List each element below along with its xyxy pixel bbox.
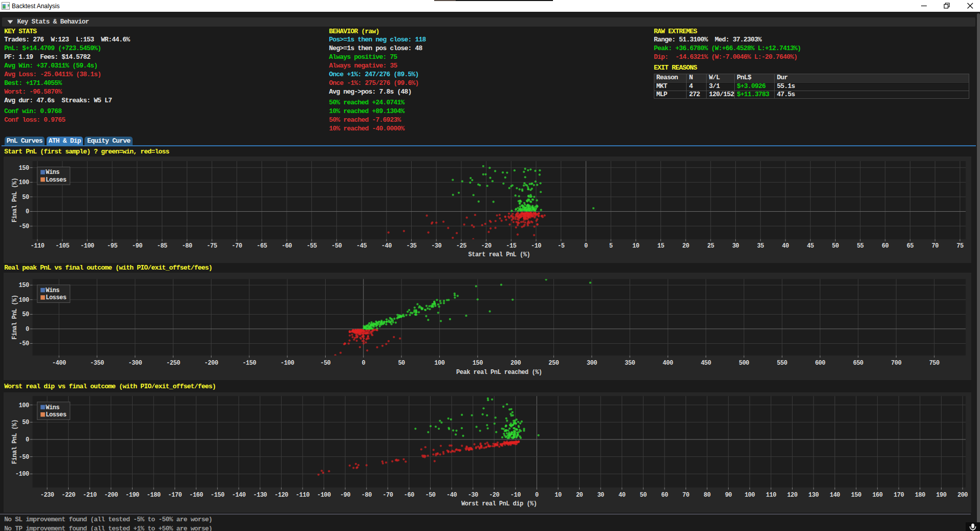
svg-text:-210: -210 (83, 492, 97, 499)
svg-text:Wins: Wins (46, 287, 59, 294)
svg-text:70: 70 (931, 242, 939, 250)
svg-text:-190: -190 (125, 492, 139, 499)
svg-text:-30: -30 (431, 242, 441, 250)
svg-text:Losses: Losses (46, 411, 67, 418)
svg-text:-60: -60 (404, 492, 414, 499)
svg-text:-130: -130 (253, 492, 267, 499)
svg-text:65: 65 (907, 242, 914, 250)
svg-text:-50: -50 (18, 340, 29, 347)
svg-text:600: 600 (815, 360, 825, 367)
svg-text:Wins: Wins (46, 404, 59, 411)
svg-text:15: 15 (657, 242, 665, 250)
svg-text:50: 50 (22, 311, 29, 318)
svg-text:160: 160 (872, 492, 883, 499)
svg-text:Losses: Losses (46, 176, 67, 184)
svg-text:-65: -65 (257, 242, 267, 250)
svg-text:-250: -250 (166, 360, 180, 367)
svg-text:-5: -5 (558, 242, 565, 250)
svg-text:60: 60 (661, 492, 668, 499)
svg-text:-300: -300 (128, 360, 142, 367)
svg-text:20: 20 (682, 242, 689, 250)
svg-text:50: 50 (832, 242, 839, 250)
svg-text:-25: -25 (456, 242, 466, 250)
svg-text:25: 25 (707, 242, 714, 250)
svg-text:-60: -60 (282, 242, 292, 250)
svg-text:180: 180 (915, 492, 925, 499)
svg-text:-400: -400 (52, 360, 66, 367)
svg-text:140: 140 (829, 492, 840, 499)
svg-text:70: 70 (683, 492, 690, 499)
svg-text:-350: -350 (90, 360, 104, 367)
svg-text:-50: -50 (18, 453, 29, 460)
svg-text:-55: -55 (307, 242, 317, 250)
svg-text:100: 100 (18, 402, 29, 409)
svg-text:30: 30 (732, 242, 739, 250)
svg-text:10: 10 (555, 492, 562, 499)
svg-text:-40: -40 (446, 492, 457, 499)
svg-text:Wins: Wins (46, 169, 59, 176)
svg-text:-50: -50 (331, 242, 342, 250)
svg-text:-40: -40 (381, 242, 392, 250)
svg-text:-10: -10 (531, 242, 541, 250)
svg-text:50: 50 (640, 492, 647, 499)
svg-text:-15: -15 (506, 242, 516, 250)
svg-text:250: 250 (548, 360, 559, 367)
svg-text:-105: -105 (55, 242, 69, 250)
svg-text:700: 700 (891, 360, 901, 367)
svg-text:-220: -220 (61, 492, 75, 499)
svg-text:0: 0 (26, 326, 29, 333)
svg-text:170: 170 (893, 492, 904, 499)
svg-text:300: 300 (587, 360, 597, 367)
svg-text:40: 40 (619, 492, 626, 499)
svg-text:30: 30 (597, 492, 604, 499)
svg-text:35: 35 (757, 242, 764, 250)
svg-text:75: 75 (956, 242, 964, 250)
svg-text:550: 550 (777, 360, 787, 367)
svg-text:80: 80 (704, 492, 711, 499)
svg-text:Worst real PnL dip (%): Worst real PnL dip (%) (461, 500, 537, 507)
svg-text:500: 500 (739, 360, 749, 367)
svg-text:-100: -100 (317, 492, 331, 499)
svg-text:-100: -100 (281, 360, 294, 367)
svg-text:-80: -80 (361, 492, 372, 499)
svg-text:Final PnL (%): Final PnL (%) (11, 419, 18, 464)
svg-text:Final PnL (%): Final PnL (%) (11, 295, 18, 340)
svg-text:100: 100 (434, 360, 444, 367)
svg-text:55: 55 (857, 242, 864, 250)
svg-text:-200: -200 (104, 492, 118, 499)
svg-text:-200: -200 (204, 360, 218, 367)
svg-text:-70: -70 (382, 492, 393, 499)
svg-text:10: 10 (632, 242, 640, 250)
svg-text:0: 0 (361, 360, 365, 367)
svg-text:0: 0 (584, 242, 588, 250)
svg-text:Final PnL (%): Final PnL (%) (11, 178, 18, 223)
svg-text:-150: -150 (210, 492, 224, 499)
svg-text:Losses: Losses (46, 294, 67, 301)
svg-text:50: 50 (22, 419, 29, 426)
svg-text:400: 400 (663, 360, 673, 367)
svg-text:-20: -20 (481, 242, 492, 250)
svg-text:150: 150 (18, 165, 29, 172)
svg-text:-30: -30 (468, 492, 478, 499)
svg-text:-50: -50 (320, 360, 330, 367)
svg-text:-45: -45 (356, 242, 367, 250)
svg-text:60: 60 (882, 242, 889, 250)
svg-text:-70: -70 (232, 242, 242, 250)
svg-text:190: 190 (936, 492, 946, 499)
svg-text:-85: -85 (157, 242, 167, 250)
svg-text:-120: -120 (274, 492, 288, 499)
svg-text:-10: -10 (510, 492, 521, 499)
svg-text:-160: -160 (189, 492, 203, 499)
svg-text:0: 0 (26, 209, 29, 216)
svg-text:200: 200 (510, 360, 521, 367)
svg-text:-140: -140 (232, 492, 246, 499)
svg-text:450: 450 (701, 360, 711, 367)
svg-text:-230: -230 (40, 492, 54, 499)
svg-text:-50: -50 (425, 492, 435, 499)
svg-text:150: 150 (18, 282, 29, 289)
svg-text:50: 50 (398, 360, 405, 367)
svg-text:-90: -90 (340, 492, 350, 499)
svg-text:-20: -20 (489, 492, 499, 499)
svg-text:-35: -35 (406, 242, 416, 250)
svg-text:-80: -80 (182, 242, 192, 250)
